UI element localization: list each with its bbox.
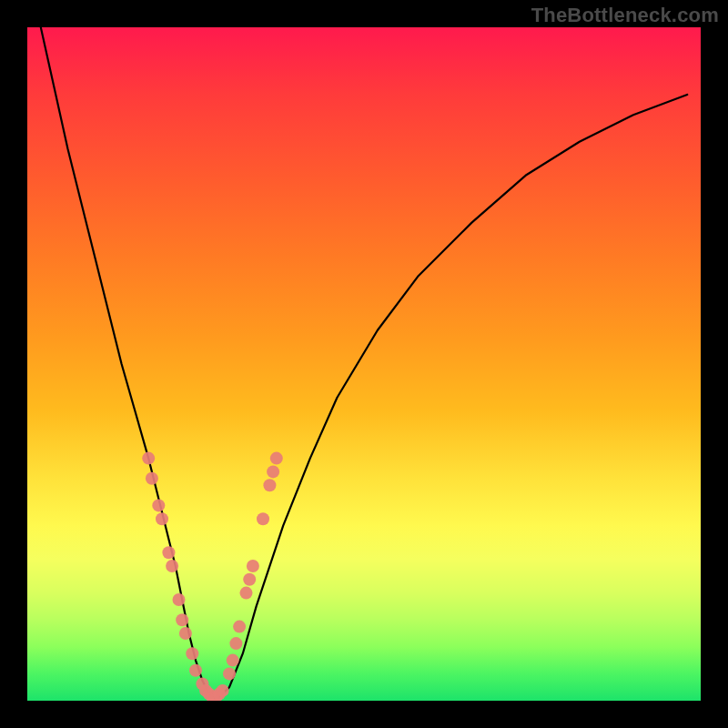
watermark-text: TheBottleneck.com: [531, 4, 719, 27]
svg-point-9: [186, 647, 198, 660]
bottleneck-curve: [41, 27, 687, 701]
svg-point-22: [240, 587, 253, 600]
svg-point-17: [217, 684, 229, 697]
svg-point-1: [146, 472, 158, 485]
svg-point-10: [189, 664, 202, 677]
svg-point-3: [156, 512, 168, 525]
svg-point-25: [257, 512, 269, 525]
svg-point-5: [166, 560, 178, 572]
svg-point-18: [223, 667, 236, 680]
svg-point-2: [152, 499, 165, 511]
svg-point-27: [267, 465, 279, 478]
svg-point-8: [179, 627, 192, 640]
svg-point-4: [162, 546, 175, 559]
svg-point-23: [243, 573, 256, 586]
chart-frame: TheBottleneck.com: [0, 0, 728, 728]
svg-point-26: [263, 479, 276, 491]
svg-point-28: [270, 452, 283, 465]
svg-point-21: [233, 621, 246, 633]
svg-point-19: [227, 654, 239, 667]
svg-point-7: [176, 613, 188, 626]
svg-point-24: [247, 560, 259, 572]
svg-point-0: [142, 452, 155, 465]
plot-area: [27, 27, 701, 701]
svg-point-20: [229, 637, 242, 650]
svg-point-6: [173, 593, 186, 606]
plot-svg: [27, 27, 701, 701]
highlighted-points: [142, 452, 283, 701]
